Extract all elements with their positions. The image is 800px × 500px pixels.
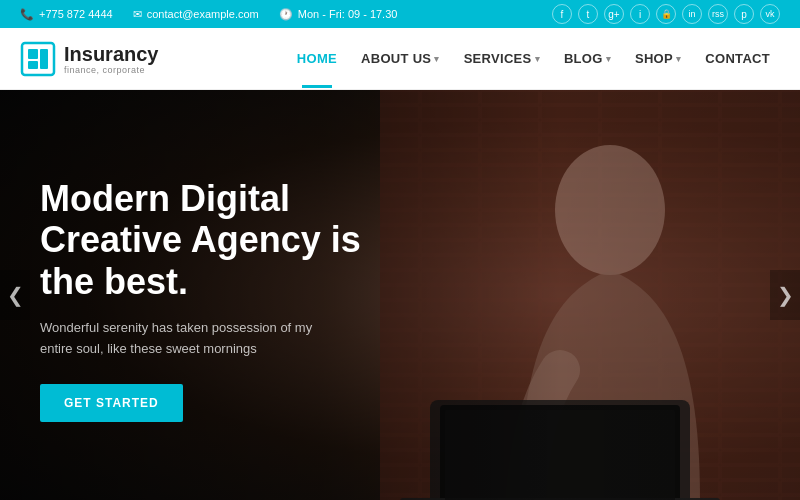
instagram-icon[interactable]: i (630, 4, 650, 24)
facebook-icon[interactable]: f (552, 4, 572, 24)
svg-rect-0 (22, 43, 54, 75)
header: Insurancy finance, corporate HOME ABOUT … (0, 28, 800, 90)
svg-rect-2 (28, 61, 38, 69)
nav-home[interactable]: HOME (287, 43, 347, 74)
chevron-left-icon: ❮ (7, 283, 24, 307)
logo-tagline: finance, corporate (64, 65, 158, 75)
logo-name: Insurancy (64, 43, 158, 65)
clock-icon: 🕐 (279, 8, 293, 21)
chevron-down-icon: ▾ (676, 54, 681, 64)
linkedin-icon[interactable]: in (682, 4, 702, 24)
lock-icon[interactable]: 🔒 (656, 4, 676, 24)
chevron-right-icon: ❯ (777, 283, 794, 307)
logo-text: Insurancy finance, corporate (64, 43, 158, 75)
svg-rect-3 (40, 49, 48, 69)
google-plus-icon[interactable]: g+ (604, 4, 624, 24)
nav-contact[interactable]: CONTACT (695, 43, 780, 74)
email-info: ✉ contact@example.com (133, 8, 259, 21)
rss-icon[interactable]: rss (708, 4, 728, 24)
email-address: contact@example.com (147, 8, 259, 20)
hero-content: Modern Digital Creative Agency is the be… (40, 178, 420, 422)
twitter-icon[interactable]: t (578, 4, 598, 24)
vk-icon[interactable]: vk (760, 4, 780, 24)
top-bar-left: 📞 +775 872 4444 ✉ contact@example.com 🕐 … (20, 8, 397, 21)
top-bar: 📞 +775 872 4444 ✉ contact@example.com 🕐 … (0, 0, 800, 28)
nav-about-us[interactable]: ABOUT US ▾ (351, 43, 450, 74)
logo-icon (20, 41, 56, 77)
nav-shop[interactable]: SHOP ▾ (625, 43, 691, 74)
logo[interactable]: Insurancy finance, corporate (20, 41, 158, 77)
main-nav: HOME ABOUT US ▾ SERVICES ▾ BLOG ▾ SHOP ▾… (287, 43, 780, 74)
business-hours: Mon - Fri: 09 - 17.30 (298, 8, 398, 20)
carousel-next-button[interactable]: ❯ (770, 270, 800, 320)
nav-services[interactable]: SERVICES ▾ (454, 43, 550, 74)
hero-subtitle: Wonderful serenity has taken possession … (40, 318, 340, 360)
chevron-down-icon: ▾ (535, 54, 540, 64)
phone-icon: 📞 (20, 8, 34, 21)
carousel-prev-button[interactable]: ❮ (0, 270, 30, 320)
nav-blog[interactable]: BLOG ▾ (554, 43, 621, 74)
get-started-button[interactable]: GET STARTED (40, 384, 183, 422)
social-icons-group: f t g+ i 🔒 in rss p vk (552, 4, 780, 24)
svg-rect-1 (28, 49, 38, 59)
phone-number: +775 872 4444 (39, 8, 113, 20)
hours-info: 🕐 Mon - Fri: 09 - 17.30 (279, 8, 398, 21)
chevron-down-icon: ▾ (434, 54, 439, 64)
phone-info: 📞 +775 872 4444 (20, 8, 113, 21)
hero-section: Modern Digital Creative Agency is the be… (0, 90, 800, 500)
chevron-down-icon: ▾ (606, 54, 611, 64)
pinterest-icon[interactable]: p (734, 4, 754, 24)
email-icon: ✉ (133, 8, 142, 21)
hero-title: Modern Digital Creative Agency is the be… (40, 178, 420, 302)
